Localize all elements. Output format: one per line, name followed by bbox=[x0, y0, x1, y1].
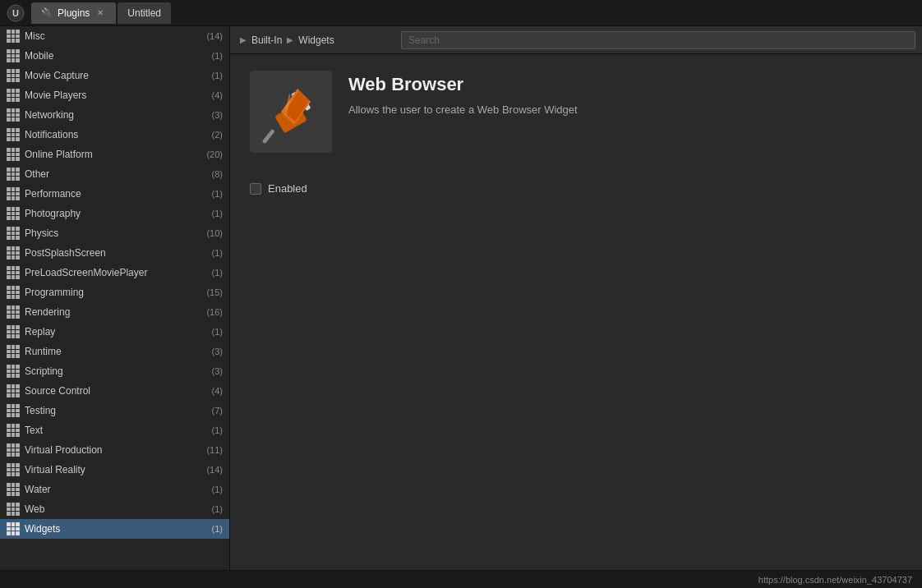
sidebar-item-source-control[interactable]: Source Control(4) bbox=[0, 381, 229, 401]
sidebar-item-count: (7) bbox=[212, 406, 223, 416]
grid-icon bbox=[7, 286, 20, 299]
sidebar-item-count: (1) bbox=[212, 189, 223, 199]
grid-icon bbox=[7, 365, 20, 378]
sidebar-item-label: Source Control bbox=[25, 385, 207, 397]
sidebar: Misc(14)Mobile(1)Movie Capture(1)Movie P… bbox=[0, 26, 230, 588]
grid-icon bbox=[7, 207, 20, 220]
tab-plugins-label: Plugins bbox=[58, 7, 90, 19]
sidebar-item-label: Runtime bbox=[25, 346, 207, 357]
breadcrumb-builtin[interactable]: Built-In bbox=[251, 34, 282, 46]
sidebar-item-label: Mobile bbox=[25, 50, 207, 62]
plugin-detail: Web Browser Allows the user to create a … bbox=[230, 54, 922, 211]
sidebar-item-physics[interactable]: Physics(10) bbox=[0, 223, 229, 243]
tab-plugins-close[interactable]: ✕ bbox=[95, 7, 106, 19]
grid-icon bbox=[7, 266, 20, 279]
plugin-description: Allows the user to create a Web Browser … bbox=[348, 102, 902, 118]
sidebar-item-virtual-reality[interactable]: Virtual Reality(14) bbox=[0, 460, 229, 480]
status-bar: https://blog.csdn.net/weixin_43704737 bbox=[0, 570, 922, 588]
sidebar-item-count: (10) bbox=[206, 228, 223, 238]
grid-icon bbox=[7, 49, 20, 62]
sidebar-item-count: (14) bbox=[206, 465, 223, 475]
grid-icon bbox=[7, 503, 20, 516]
sidebar-item-online-platform[interactable]: Online Platform(20) bbox=[0, 145, 229, 164]
enabled-checkbox[interactable] bbox=[250, 183, 261, 195]
sidebar-item-photography[interactable]: Photography(1) bbox=[0, 204, 229, 223]
sidebar-item-label: Widgets bbox=[25, 523, 207, 535]
sidebar-item-count: (1) bbox=[212, 485, 223, 494]
sidebar-item-testing[interactable]: Testing(7) bbox=[0, 401, 229, 420]
sidebar-item-text[interactable]: Text(1) bbox=[0, 420, 229, 440]
grid-icon bbox=[7, 148, 20, 161]
search-input[interactable] bbox=[401, 31, 915, 49]
sidebar-item-widgets[interactable]: Widgets(1) bbox=[0, 519, 229, 539]
enabled-label: Enabled bbox=[268, 182, 307, 195]
sidebar-item-water[interactable]: Water(1) bbox=[0, 480, 229, 499]
sidebar-item-label: Web bbox=[25, 503, 207, 515]
ue-logo: U bbox=[7, 4, 25, 22]
sidebar-item-label: Text bbox=[25, 425, 207, 436]
sidebar-item-count: (20) bbox=[206, 149, 223, 159]
sidebar-item-count: (1) bbox=[212, 248, 223, 258]
sidebar-item-mobile[interactable]: Mobile(1) bbox=[0, 46, 229, 66]
grid-icon bbox=[7, 69, 20, 82]
content-area: ▶ Built-In ▶ Widgets bbox=[230, 26, 922, 588]
sidebar-item-virtual-production[interactable]: Virtual Production(11) bbox=[0, 440, 229, 460]
tab-plugins-icon: 🔌 bbox=[41, 7, 53, 18]
sidebar-item-count: (3) bbox=[212, 110, 223, 120]
sidebar-item-performance[interactable]: Performance(1) bbox=[0, 184, 229, 204]
sidebar-item-replay[interactable]: Replay(1) bbox=[0, 322, 229, 342]
grid-icon bbox=[7, 168, 20, 181]
sidebar-item-movie-players[interactable]: Movie Players(4) bbox=[0, 85, 229, 105]
sidebar-item-count: (1) bbox=[212, 51, 223, 61]
sidebar-item-label: Movie Capture bbox=[25, 70, 207, 81]
grid-icon bbox=[7, 108, 20, 122]
sidebar-item-label: Testing bbox=[25, 405, 207, 416]
sidebar-item-programming[interactable]: Programming(15) bbox=[0, 283, 229, 302]
sidebar-item-networking[interactable]: Networking(3) bbox=[0, 105, 229, 125]
sidebar-item-count: (2) bbox=[212, 130, 223, 140]
grid-icon bbox=[7, 227, 20, 240]
sidebar-item-count: (11) bbox=[206, 445, 223, 455]
sidebar-item-count: (14) bbox=[206, 31, 223, 41]
tab-plugins[interactable]: 🔌 Plugins ✕ bbox=[31, 2, 116, 24]
sidebar-item-label: Physics bbox=[25, 227, 201, 239]
sidebar-item-count: (3) bbox=[212, 347, 223, 356]
breadcrumb-arrow-1: ▶ bbox=[240, 35, 247, 44]
grid-icon bbox=[7, 404, 20, 417]
sidebar-item-scripting[interactable]: Scripting(3) bbox=[0, 361, 229, 381]
sidebar-item-misc[interactable]: Misc(14) bbox=[0, 26, 229, 46]
sidebar-item-count: (1) bbox=[212, 524, 223, 534]
sidebar-item-count: (4) bbox=[212, 386, 223, 396]
sidebar-item-preloadscreenmovieplayer[interactable]: PreLoadScreenMoviePlayer(1) bbox=[0, 263, 229, 283]
grid-icon bbox=[7, 345, 20, 358]
breadcrumb-arrow-2: ▶ bbox=[287, 35, 293, 44]
sidebar-item-other[interactable]: Other(8) bbox=[0, 164, 229, 184]
grid-icon bbox=[7, 424, 20, 437]
breadcrumb-widgets[interactable]: Widgets bbox=[298, 34, 334, 46]
plugin-icon-container bbox=[250, 71, 332, 153]
plugin-info: Web Browser Allows the user to create a … bbox=[348, 71, 902, 118]
sidebar-item-label: PreLoadScreenMoviePlayer bbox=[25, 267, 207, 278]
sidebar-item-label: Replay bbox=[25, 326, 207, 338]
sidebar-item-count: (4) bbox=[212, 90, 223, 100]
sidebar-item-movie-capture[interactable]: Movie Capture(1) bbox=[0, 66, 229, 85]
plugin-name: Web Browser bbox=[348, 74, 902, 95]
sidebar-item-web[interactable]: Web(1) bbox=[0, 499, 229, 519]
svg-line-5 bbox=[265, 131, 273, 141]
sidebar-item-postsplashscreen[interactable]: PostSplashScreen(1) bbox=[0, 243, 229, 263]
sidebar-item-label: Water bbox=[25, 484, 207, 495]
grid-icon bbox=[7, 443, 20, 457]
sidebar-item-count: (16) bbox=[206, 307, 223, 317]
sidebar-item-count: (8) bbox=[212, 169, 223, 179]
sidebar-item-runtime[interactable]: Runtime(3) bbox=[0, 342, 229, 361]
grid-icon bbox=[7, 483, 20, 496]
sidebar-item-label: Online Platform bbox=[25, 149, 201, 160]
sidebar-item-count: (3) bbox=[212, 366, 223, 376]
tab-untitled[interactable]: Untitled bbox=[118, 2, 171, 24]
grid-icon bbox=[7, 305, 20, 319]
sidebar-item-count: (1) bbox=[212, 425, 223, 435]
sidebar-item-notifications[interactable]: Notifications(2) bbox=[0, 125, 229, 145]
breadcrumb: ▶ Built-In ▶ Widgets bbox=[230, 34, 394, 46]
sidebar-item-label: Other bbox=[25, 168, 207, 180]
sidebar-item-rendering[interactable]: Rendering(16) bbox=[0, 302, 229, 322]
